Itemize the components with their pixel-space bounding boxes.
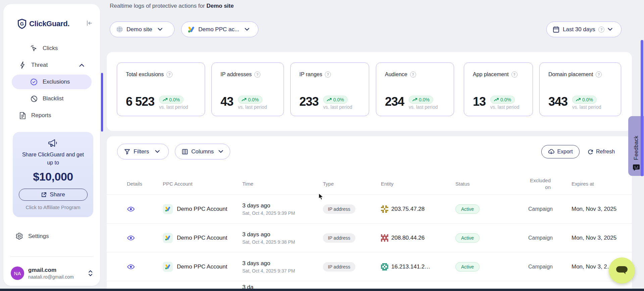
columns-icon: [182, 149, 188, 155]
sidebar-item-settings[interactable]: Settings: [15, 232, 49, 240]
affiliate-link-label[interactable]: Click to Affiliate Program: [13, 204, 93, 210]
stat-caption: vs. last period: [323, 104, 352, 110]
expires-at-value: Mon, Nov 3, 2025: [572, 206, 621, 212]
details-eye-icon[interactable]: [127, 206, 135, 212]
date-range-value: Last 30 days: [563, 26, 595, 33]
col-header-type: Type: [323, 181, 381, 187]
mouse-cursor: [318, 193, 324, 200]
stat-label: Domain placement: [548, 71, 593, 78]
filters-dropdown-button[interactable]: Filters: [117, 144, 169, 159]
sidebar-collapse-icon[interactable]: [86, 19, 91, 27]
chevron-down-icon: [245, 28, 249, 31]
ppc-selector-value: Demo PPC ac...: [198, 26, 239, 33]
entity-identicon: [381, 234, 388, 242]
stat-value: 43: [220, 96, 233, 110]
columns-label: Columns: [191, 148, 214, 155]
promo-amount: $10,000: [13, 170, 93, 183]
stat-value: 234: [385, 96, 404, 110]
stat-delta: 0.0%: [500, 97, 511, 102]
refresh-icon: [588, 149, 593, 155]
export-label: Export: [557, 149, 573, 155]
feedback-label: Feedback: [633, 136, 639, 160]
sidebar-item-reports[interactable]: Reports: [12, 108, 92, 123]
sidebar-scrollbar-thumb[interactable]: [101, 73, 103, 132]
entity-value: 208.80.44.26: [391, 235, 425, 241]
stat-value: 13: [473, 96, 486, 110]
excluded-on-value: Campaign: [528, 206, 572, 212]
help-icon[interactable]: ?: [410, 71, 416, 78]
cloud-download-icon: [548, 149, 554, 154]
help-icon[interactable]: ?: [596, 71, 602, 78]
sidebar-item-clicks[interactable]: Clicks: [12, 41, 92, 56]
time-absolute: Sat, Oct 4, 2025 9:38 PM: [242, 239, 323, 245]
stat-caption: vs. last period: [572, 104, 601, 110]
cursor-click-icon: [30, 45, 38, 52]
status-badge: Active: [455, 204, 480, 214]
subtitle-site-name: Demo site: [206, 3, 234, 9]
stat-card-total-exclusions: Total exclusions? 6 523 0.0% vs. last pe…: [117, 62, 205, 116]
entity-value: 16.213.141.2…: [391, 263, 430, 270]
stat-caption: vs. last period: [490, 104, 519, 110]
lightning-icon: [18, 61, 27, 69]
sidebar-item-exclusions[interactable]: Exclusions: [12, 75, 92, 89]
stats-panel: Total exclusions? 6 523 0.0% vs. last pe…: [107, 52, 632, 131]
stat-delta: 0.0%: [333, 97, 344, 102]
sidebar-item-blacklist[interactable]: Blacklist: [12, 91, 92, 106]
avatar: NA: [11, 266, 24, 280]
type-badge: IP address: [323, 233, 355, 243]
stat-delta: 0.0%: [169, 97, 180, 102]
sidebar-item-threat[interactable]: Threat: [12, 58, 92, 72]
chat-widget-button[interactable]: [609, 257, 635, 284]
help-icon[interactable]: ?: [511, 71, 517, 78]
help-icon[interactable]: ?: [598, 27, 604, 33]
export-button[interactable]: Export: [541, 145, 580, 158]
stat-card-domain-placement: Domain placement? 343 0.0% vs. last peri…: [539, 62, 621, 116]
filters-label: Filters: [134, 148, 149, 155]
share-button[interactable]: Share: [19, 189, 88, 201]
ppc-account-selector-dropdown[interactable]: Demo PPC ac...: [181, 21, 258, 37]
stat-card-audience: Audience? 234 0.0% vs. last period: [376, 62, 454, 116]
ppc-account-name: Demo PPC Account: [177, 263, 227, 270]
table-row: Demo PPC Account 3 days agoSat, Oct 4, 2…: [107, 252, 632, 281]
details-eye-icon[interactable]: [127, 235, 135, 241]
settings-label: Settings: [28, 233, 49, 240]
chevron-down-icon: [158, 28, 162, 31]
table-row: Demo PPC Account 3 days agoSat, Oct 4, 2…: [107, 224, 632, 252]
calendar-icon: [553, 26, 559, 33]
stat-label: Total exclusions: [126, 71, 164, 78]
col-header-status: Status: [455, 181, 528, 187]
logo-text: ClickGuard.: [29, 19, 69, 28]
page-scrollbar-thumb[interactable]: [641, 40, 643, 176]
excluded-on-value: Campaign: [528, 235, 572, 241]
date-range-dropdown[interactable]: Last 30 days ?: [546, 21, 622, 37]
site-selector-dropdown[interactable]: Demo site: [110, 21, 175, 37]
account-name: gmail.com: [28, 267, 74, 274]
table-header-row: Details PPC Account Time Type Entity Sta…: [107, 173, 632, 195]
expires-at-value: Mon, Nov 3, 2025: [572, 235, 621, 241]
trend-up-icon: [494, 98, 499, 101]
columns-dropdown-button[interactable]: Columns: [175, 144, 230, 159]
page-subtitle: Realtime logs of protective actions for …: [110, 3, 234, 9]
filter-icon: [124, 149, 130, 155]
badge-check-icon: [30, 78, 38, 86]
affiliate-promo-card[interactable]: Share ClickGuard and get up to $10,000 S…: [13, 132, 93, 217]
sidebar-item-label: Threat: [31, 62, 48, 68]
document-icon: [18, 112, 27, 119]
account-email: naatali.ro@gmail.com: [28, 274, 74, 280]
ppc-account-name: Demo PPC Account: [177, 206, 227, 212]
help-icon[interactable]: ?: [166, 71, 172, 78]
svg-text:G: G: [20, 21, 24, 27]
trend-up-icon: [576, 98, 581, 101]
details-eye-icon[interactable]: [127, 264, 135, 270]
trend-up-icon: [242, 98, 246, 101]
refresh-button[interactable]: Refresh: [588, 145, 615, 158]
gear-icon: [15, 232, 23, 240]
chevron-up-icon: [79, 64, 84, 67]
help-icon[interactable]: ?: [254, 71, 260, 78]
chevron-down-icon: [608, 28, 612, 31]
time-absolute: Sat, Oct 4, 2025 9:39 PM: [242, 210, 323, 216]
account-switcher[interactable]: NA gmail.com naatali.ro@gmail.com: [11, 266, 93, 280]
entity-value: 203.75.47.28: [391, 206, 425, 212]
bottom-edge-bar: [0, 289, 644, 291]
help-icon[interactable]: ?: [325, 71, 331, 78]
